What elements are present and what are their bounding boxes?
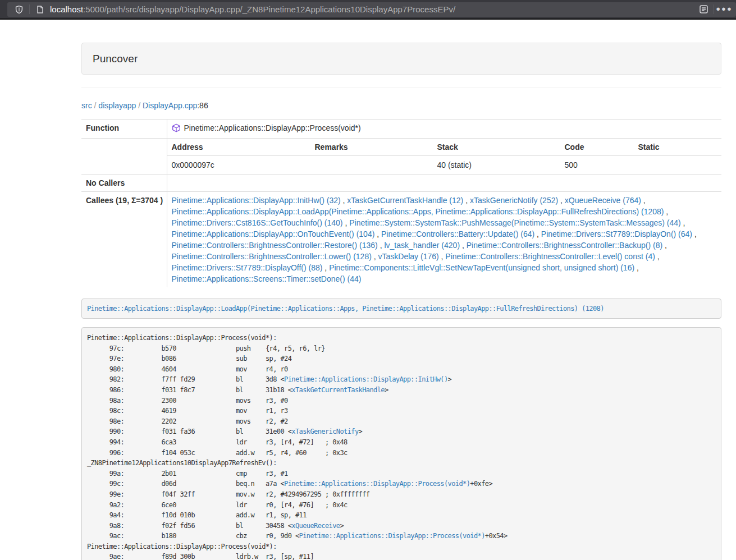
symbol-link[interactable]: xTaskGetCurrentTaskHandle	[291, 386, 385, 394]
callee-link[interactable]: Pinetime::Components::LittleVgl::SetNewT…	[329, 263, 634, 272]
disassembly-line: 9a2: 6ce0 ldr r0, [r4, #76] ; 0x4c	[87, 500, 716, 511]
breadcrumb: src / displayapp / DisplayApp.cpp:86	[81, 100, 721, 111]
callee-link[interactable]: Pinetime::Drivers::St7789::DisplayOn() (…	[541, 229, 692, 238]
disassembly-listing: Pinetime::Applications::DisplayApp::Proc…	[81, 327, 721, 560]
disassembly-line: 986: f031 f8c7 bl 31b18 <xTaskGetCurrent…	[87, 385, 716, 396]
table-row: No Callers	[81, 175, 721, 192]
callee-link[interactable]: Pinetime::Controllers::BrightnessControl…	[172, 241, 378, 250]
symbol-link[interactable]: Pinetime::Applications::DisplayApp::Proc…	[284, 480, 470, 488]
static-value	[634, 156, 722, 175]
symbol-link[interactable]: Pinetime::Applications::DisplayApp::Proc…	[299, 532, 485, 540]
callee-separator: ,	[322, 263, 329, 272]
callee-link[interactable]: Pinetime::Applications::DisplayApp::Init…	[172, 196, 341, 205]
address-value: 0x0000097c	[167, 156, 310, 175]
callees-label: Callees (19, Σ=3704 )	[81, 192, 167, 288]
callee-link[interactable]: Pinetime::Applications::DisplayApp::OnTo…	[172, 229, 375, 238]
table-row: Callees (19, Σ=3704 ) Pinetime::Applicat…	[81, 192, 721, 288]
symbol-link[interactable]: xTaskGenericNotify	[291, 428, 358, 435]
callee-separator: ,	[374, 229, 381, 238]
disassembly-line: 99a: 2b01 cmp r3, #1	[87, 469, 716, 479]
callee-link[interactable]: Pinetime::Drivers::Cst816S::GetTouchInfo…	[172, 218, 343, 227]
disassembly-line: 9ac: b180 cbz r0, 9d0 <Pinetime::Applica…	[87, 531, 716, 541]
metrics-table: Address Remarks Stack Code Static 0x0000…	[167, 138, 722, 174]
breadcrumb-link[interactable]: displayapp	[98, 101, 136, 110]
callee-link[interactable]: Pinetime::Applications::DisplayApp::Load…	[172, 207, 664, 216]
callee-separator: ,	[439, 252, 446, 261]
package-icon	[172, 123, 181, 132]
disassembly-line: Pinetime::Applications::DisplayApp::Proc…	[87, 333, 716, 343]
callee-separator: ,	[641, 196, 646, 205]
function-detail-table: Function Pinetime::Applications::Display…	[81, 119, 721, 287]
disassembly-line: 996: f104 053c add.w r5, r4, #60 ; 0x3c	[87, 448, 716, 458]
disassembly-line: 97c: b570 push {r4, r5, r6, lr}	[87, 343, 716, 354]
disassembly-line: Pinetime::Applications::DisplayApp::Proc…	[87, 541, 716, 552]
app-header: Puncover	[81, 43, 721, 75]
callee-link[interactable]: Pinetime::Drivers::St7789::DisplayOff() …	[172, 263, 323, 272]
symbol-link[interactable]: xQueueReceive	[291, 522, 340, 530]
shield-icon[interactable]	[13, 3, 25, 16]
callee-link[interactable]: vTaskDelay (176)	[378, 252, 439, 261]
disassembly-line: 9a8: f02f fd56 bl 30458 <xQueueReceive>	[87, 521, 716, 531]
callee-link[interactable]: Pinetime::System::SystemTask::PushMessag…	[349, 218, 681, 227]
callees-list: Pinetime::Applications::DisplayApp::Init…	[167, 192, 721, 288]
disassembly-line: 994: 6ca3 ldr r3, [r4, #72] ; 0x48	[87, 437, 716, 448]
callee-separator: ,	[343, 218, 350, 227]
callee-link[interactable]: Pinetime::Controllers::BrightnessControl…	[467, 241, 662, 250]
callee-link[interactable]: lv_task_handler (420)	[384, 241, 460, 250]
highlighted-symbol-box: Pinetime::Applications::DisplayApp::Load…	[81, 299, 721, 319]
callee-link[interactable]: Pinetime::Controllers::BrightnessControl…	[172, 252, 372, 261]
callee-link[interactable]: Pinetime::Controllers::Battery::Update()…	[381, 229, 534, 238]
disassembly-line: 9a4: f10d 010b add.w r1, sp, #11	[87, 510, 716, 521]
callee-separator: ,	[460, 241, 467, 250]
symbol-link[interactable]: Pinetime::Applications::DisplayApp::Init…	[284, 375, 447, 383]
callee-separator: ,	[372, 252, 378, 261]
callee-separator: ,	[692, 229, 697, 238]
disassembly-line: 980: 4604 mov r4, r0	[87, 364, 716, 375]
callee-link[interactable]: xTaskGenericNotify (252)	[470, 196, 558, 205]
callee-separator: ,	[558, 196, 565, 205]
code-size-value: 500	[560, 156, 634, 175]
callee-link[interactable]: xTaskGetCurrentTaskHandle (12)	[347, 196, 463, 205]
table-row: Address Remarks Stack Code Static 0x0000…	[81, 138, 721, 175]
callee-separator: ,	[664, 207, 668, 216]
breadcrumb-link[interactable]: src	[81, 101, 92, 110]
callee-separator: ,	[662, 241, 667, 250]
disassembly-line: 99c: d06d beq.n a7a <Pinetime::Applicati…	[87, 479, 716, 489]
callee-separator: ,	[341, 196, 348, 205]
url-text[interactable]: localhost:5000/path/src/displayapp/Displ…	[50, 4, 697, 14]
disassembly-line: _ZN8Pinetime12Applications10DisplayApp7R…	[87, 458, 716, 469]
disassembly-line: 99e: f04f 32ff mov.w r2, #4294967295 ; 0…	[87, 489, 716, 500]
disassembly-line: 97e: b086 sub sp, #24	[87, 354, 716, 364]
browser-toolbar: localhost:5000/path/src/displayapp/Displ…	[0, 0, 736, 20]
breadcrumb-separator: /	[92, 101, 99, 110]
callee-separator: ,	[378, 241, 385, 250]
symbol-link[interactable]: Pinetime::Applications::DisplayApp::Load…	[87, 305, 604, 313]
disassembly-line: 98c: 4619 mov r1, r3	[87, 406, 716, 416]
callee-link[interactable]: Pinetime::Controllers::BrightnessControl…	[445, 252, 655, 261]
callee-separator: ,	[634, 263, 639, 272]
url-bar-divider	[29, 4, 30, 14]
url-path: :5000/path/src/displayapp/DisplayApp.cpp…	[83, 4, 455, 14]
page-actions-menu-icon[interactable]: ●●●	[718, 3, 730, 16]
page-title[interactable]: Puncover	[93, 53, 138, 65]
function-name: Pinetime::Applications::DisplayApp::Proc…	[184, 122, 361, 134]
breadcrumb-link[interactable]: DisplayApp.cpp	[143, 101, 197, 110]
disassembly-line: 990: f031 fa36 bl 31e00 <xTaskGenericNot…	[87, 426, 716, 437]
function-row-label: Function	[81, 120, 167, 139]
stack-value: 40 (static)	[433, 156, 560, 175]
page-info-icon[interactable]	[34, 3, 46, 16]
callee-link[interactable]: Pinetime::Applications::Screens::Timer::…	[172, 274, 362, 283]
reader-mode-icon[interactable]	[697, 3, 710, 16]
callee-separator: ,	[463, 196, 470, 205]
column-header-remarks: Remarks	[310, 139, 433, 156]
actions-divider	[714, 4, 714, 14]
column-header-static: Static	[634, 139, 722, 156]
disassembly-line: 98a: 2300 movs r3, #0	[87, 396, 716, 406]
column-header-stack: Stack	[433, 139, 560, 156]
column-header-address: Address	[167, 139, 310, 156]
remarks-value	[310, 156, 433, 175]
breadcrumb-separator: /	[136, 101, 143, 110]
disassembly-line: 982: f7ff fd29 bl 3d8 <Pinetime::Applica…	[87, 374, 716, 385]
callee-link[interactable]: xQueueReceive (764)	[565, 196, 641, 205]
url-bar[interactable]: localhost:5000/path/src/displayapp/Displ…	[7, 2, 736, 17]
